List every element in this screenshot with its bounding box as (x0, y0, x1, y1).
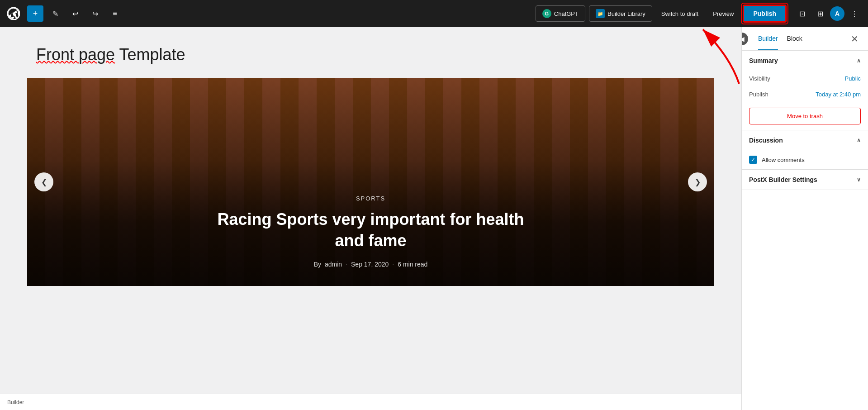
editor-canvas: Front page Template ❮ ❯ (0, 27, 741, 410)
chatgpt-button[interactable]: G ChatGPT (536, 5, 585, 22)
edit-tool-button[interactable]: ✎ (47, 5, 63, 22)
discussion-section: Discussion ∧ ✓ Allow comments (742, 130, 868, 170)
page-title: Front page Template (27, 45, 714, 64)
visibility-row: Visibility Public (742, 71, 868, 86)
publish-value[interactable]: Today at 2:40 pm (816, 91, 861, 98)
author-name: admin (325, 261, 342, 268)
allow-comments-label: Allow comments (762, 157, 805, 163)
hero-meta: By admin · Sep 17, 2020 · 6 min read (27, 261, 714, 268)
more-icon: ⋮ (851, 10, 858, 18)
status-label: Builder (7, 399, 24, 405)
tab-block[interactable]: Block (787, 28, 802, 50)
summary-section: Summary ∧ Visibility Public Publish Toda… (742, 51, 868, 130)
redo-button[interactable]: ↪ (87, 5, 103, 22)
by-label: By (314, 261, 321, 268)
hero-slider: ❮ ❯ SPORTS Racing Sports very important … (27, 78, 714, 286)
chevron-right-icon: ❯ (695, 178, 701, 186)
add-block-button[interactable]: + (27, 5, 43, 22)
sidebar-tabs: Builder Block (758, 28, 802, 50)
page-title-part1: Front page (36, 45, 115, 64)
sidebar-header: ◀ Builder Block ✕ (742, 27, 868, 51)
wordpress-logo[interactable] (5, 5, 22, 22)
meta-dot1: · (346, 261, 347, 268)
hero-bg: SPORTS Racing Sports very important for … (27, 78, 714, 286)
summary-chevron: ∧ (857, 57, 861, 64)
plus-icon: + (33, 9, 38, 19)
publish-button[interactable]: Publish (743, 5, 787, 23)
postx-section-header[interactable]: PostX Builder Settings ∨ (742, 170, 868, 190)
user-avatar[interactable]: A (830, 6, 844, 21)
move-to-trash-button[interactable]: Move to trash (749, 108, 861, 124)
hero-title: Racing Sports very important for health … (213, 209, 529, 252)
more-options-button[interactable]: ⋮ (846, 5, 863, 22)
blocks-icon: ⊞ (817, 10, 823, 18)
publish-label: Publish (749, 91, 768, 98)
preview-button[interactable]: Preview (707, 8, 739, 20)
view-icon: ⊡ (799, 10, 805, 18)
chatgpt-icon: G (542, 9, 551, 18)
undo-icon: ↩ (72, 10, 78, 18)
discussion-section-header[interactable]: Discussion ∧ (742, 130, 868, 150)
chevron-left-icon: ❮ (41, 178, 47, 186)
close-icon: ✕ (851, 33, 859, 44)
builder-library-button[interactable]: 📁 Builder Library (589, 5, 652, 22)
page-title-part2: Template (115, 45, 185, 64)
publish-btn-wrapper: Publish (743, 5, 787, 23)
discussion-title: Discussion (749, 137, 783, 144)
hero-content: SPORTS Racing Sports very important for … (27, 195, 714, 268)
canvas-scroll[interactable]: Front page Template ❮ ❯ (0, 27, 741, 394)
main-area: Front page Template ❮ ❯ (0, 27, 868, 410)
tab-builder[interactable]: Builder (758, 28, 778, 50)
chatgpt-label: ChatGPT (554, 10, 579, 17)
tools-button[interactable]: ≡ (107, 5, 123, 22)
status-bar: Builder (0, 394, 741, 410)
publish-row: Publish Today at 2:40 pm (742, 86, 868, 102)
builder-library-icon: 📁 (596, 9, 605, 18)
meta-dot2: · (392, 261, 394, 268)
publish-date: Sep 17, 2020 (351, 261, 389, 268)
postx-title: PostX Builder Settings (749, 176, 817, 183)
summary-title: Summary (749, 57, 778, 64)
allow-comments-checkbox[interactable]: ✓ (749, 156, 757, 164)
read-time: 6 min read (398, 261, 427, 268)
hero-category: SPORTS (27, 195, 714, 202)
right-sidebar: ◀ Builder Block ✕ Summary ∧ Visibility (741, 27, 868, 410)
switch-to-draft-button[interactable]: Switch to draft (656, 8, 704, 20)
undo-button[interactable]: ↩ (67, 5, 83, 22)
visibility-label: Visibility (749, 75, 770, 82)
discussion-chevron: ∧ (857, 137, 861, 143)
tools-icon: ≡ (113, 10, 117, 18)
slider-next-button[interactable]: ❯ (688, 172, 707, 191)
sidebar-close-button[interactable]: ✕ (848, 33, 861, 45)
slider-prev-button[interactable]: ❮ (34, 172, 53, 191)
summary-section-header[interactable]: Summary ∧ (742, 51, 868, 71)
allow-comments-row: ✓ Allow comments (742, 150, 868, 169)
postx-chevron: ∨ (857, 176, 861, 183)
redo-icon: ↪ (92, 10, 98, 18)
view-toggle-button[interactable]: ⊡ (794, 5, 810, 22)
visibility-value[interactable]: Public (845, 75, 861, 82)
toolbar-right-icons: ⊡ ⊞ A ⋮ (794, 5, 863, 22)
sidebar-collapse-arrow[interactable]: ◀ (741, 33, 748, 45)
main-toolbar: + ✎ ↩ ↪ ≡ G ChatGPT 📁 Builder Library Sw… (0, 0, 868, 27)
blocks-view-button[interactable]: ⊞ (812, 5, 828, 22)
builder-library-label: Builder Library (607, 10, 645, 17)
postx-section: PostX Builder Settings ∨ (742, 170, 868, 190)
pencil-icon: ✎ (52, 10, 58, 18)
